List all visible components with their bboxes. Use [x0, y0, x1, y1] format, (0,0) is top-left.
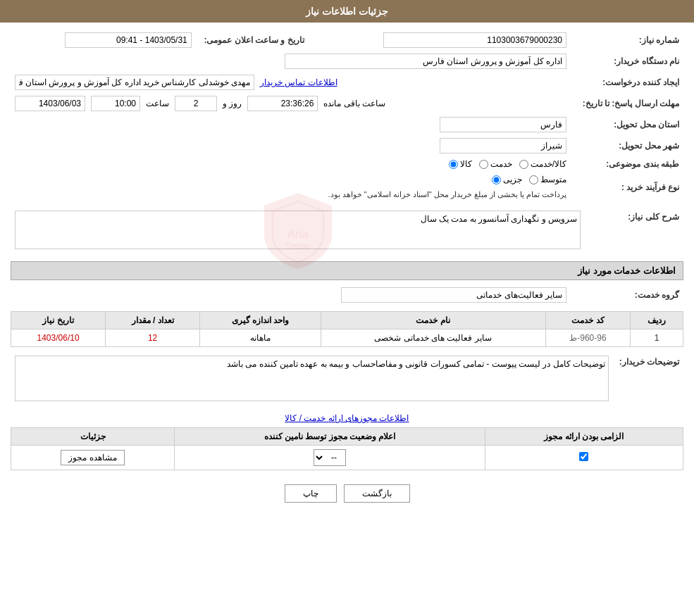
province-label: استان محل تحویل: — [571, 114, 683, 135]
purchase-type-label: نوع فرآیند خرید : — [571, 172, 683, 202]
days-label: روز و — [223, 99, 242, 108]
reply-deadline-row: مهلت ارسال پاسخ: تا تاریخ: ساعت باقی مان… — [11, 93, 683, 114]
city-value — [11, 135, 571, 156]
permit-table-head: الزامی بودن ارائه مجوز اعلام وضعیت مجوز … — [11, 428, 683, 446]
permit-status-select[interactable]: -- — [314, 449, 346, 466]
radio-jozii-item: جزیی — [492, 175, 522, 184]
buyer-notes-label: توضیحات خریدار: — [613, 353, 683, 406]
permit-required-cell — [485, 446, 683, 470]
radio-motavaset-label: متوسط — [540, 175, 566, 184]
days-input[interactable] — [175, 96, 217, 111]
radio-kala[interactable] — [449, 160, 458, 169]
need-number-label: شماره نیاز: — [571, 30, 683, 51]
view-permit-button[interactable]: مشاهده مجوز — [61, 450, 124, 465]
category-value: کالا/خدمت خدمت کالا — [11, 156, 571, 172]
permit-table: الزامی بودن ارائه مجوز اعلام وضعیت مجوز … — [11, 427, 683, 470]
permit-section-title: اطلاعات مجوزهای ارائه خدمت / کالا — [11, 413, 683, 423]
need-number-value — [309, 30, 571, 51]
province-input[interactable] — [440, 117, 566, 132]
remaining-input[interactable] — [247, 96, 318, 111]
service-name-cell: سایر فعالیت های خدماتی شخصی — [321, 329, 545, 347]
row-num-cell: 1 — [631, 329, 683, 347]
permit-details-cell: مشاهده مجوز — [11, 446, 175, 470]
permit-col-required: الزامی بودن ارائه مجوز — [485, 428, 683, 446]
need-desc-row: شرح کلی نیاز: Ana Tender سرویس و نگهداری… — [11, 208, 683, 254]
radio-kala-khadamat-label: کالا/خدمت — [531, 159, 566, 169]
creator-value: اطلاعات تماس خریدار — [11, 72, 571, 93]
need-desc-label: شرح کلی نیاز: — [585, 208, 683, 254]
city-label: شهر محل تحویل: — [571, 135, 683, 156]
radio-motavaset-item: متوسط — [529, 175, 566, 184]
col-date: تاریخ نیاز — [11, 312, 106, 329]
need-number-input[interactable] — [383, 32, 566, 48]
radio-kala-label: کالا — [460, 159, 472, 169]
creator-row: ایجاد کننده درخواست: اطلاعات تماس خریدار — [11, 72, 683, 93]
need-desc-table: شرح کلی نیاز: Ana Tender سرویس و نگهداری… — [11, 208, 683, 254]
print-button[interactable]: چاپ — [285, 484, 337, 503]
radio-kala-khadamat-item: کالا/خدمت — [519, 159, 566, 169]
category-row: طبقه بندی موضوعی: کالا/خدمت خدمت کالا — [11, 156, 683, 172]
buyer-org-label: نام دستگاه خریدار: — [571, 51, 683, 72]
time-input[interactable] — [91, 96, 140, 111]
radio-khadamat[interactable] — [479, 160, 488, 169]
col-row-num: ردیف — [631, 312, 683, 329]
buyer-notes-row: توضیحات خریدار: توضیحات کامل در لیست پیو… — [11, 353, 683, 406]
page-header: جزئیات اطلاعات نیاز — [0, 0, 694, 23]
service-group-row: گروه خدمت: — [11, 284, 683, 306]
radio-jozii[interactable] — [492, 175, 501, 184]
table-row: 1 960-96-ط سایر فعالیت های خدماتی شخصی م… — [11, 329, 683, 347]
radio-jozii-label: جزیی — [503, 175, 522, 184]
permit-row: -- مشاهده مجوز — [11, 446, 683, 470]
permit-header-row: الزامی بودن ارائه مجوز اعلام وضعیت مجوز … — [11, 428, 683, 446]
radio-motavaset[interactable] — [529, 175, 538, 184]
creator-input[interactable] — [15, 75, 254, 90]
back-button[interactable]: بازگشت — [344, 484, 410, 503]
announce-datetime-label: تاریخ و ساعت اعلان عمومی: — [196, 30, 309, 51]
permit-col-status: اعلام وضعیت مجوز توسط نامین کننده — [175, 428, 485, 446]
service-group-label: گروه خدمت: — [571, 284, 683, 306]
permit-required-checkbox[interactable] — [579, 452, 588, 461]
service-group-input[interactable] — [341, 287, 566, 303]
remaining-label: ساعت باقی مانده — [323, 99, 385, 108]
watermark-logo: Ana Tender — [256, 189, 340, 273]
date-input[interactable] — [15, 96, 85, 111]
service-group-value — [11, 284, 571, 306]
city-row: شهر محل تحویل: — [11, 135, 683, 156]
province-value — [11, 114, 571, 135]
main-info-table: شماره نیاز: تاریخ و ساعت اعلان عمومی: نا… — [11, 30, 683, 202]
services-table-header-row: ردیف کد خدمت نام خدمت واحد اندازه گیری ت… — [11, 312, 683, 329]
unit-cell: ماهانه — [200, 329, 321, 347]
watermark-area: Ana Tender سرویس و نگهداری آسانسور به مد… — [15, 210, 581, 251]
permit-status-cell: -- — [175, 446, 485, 470]
permit-col-details: جزئیات — [11, 428, 175, 446]
reply-deadline-value: ساعت باقی مانده روز و ساعت — [11, 93, 571, 114]
radio-khadamat-label: خدمت — [490, 159, 512, 169]
need-description-section: شرح کلی نیاز: Ana Tender سرویس و نگهداری… — [11, 208, 683, 254]
buyer-notes-table: توضیحات خریدار: توضیحات کامل در لیست پیو… — [11, 353, 683, 406]
radio-khadamat-item: خدمت — [479, 159, 512, 169]
col-name: نام خدمت — [321, 312, 545, 329]
buyer-org-input[interactable] — [285, 54, 566, 69]
svg-text:Tender: Tender — [285, 241, 311, 251]
contact-info-link[interactable]: اطلاعات تماس خریدار — [260, 77, 337, 87]
radio-kala-khadamat[interactable] — [519, 160, 528, 169]
buyer-org-row: نام دستگاه خریدار: — [11, 51, 683, 72]
reply-deadline-label: مهلت ارسال پاسخ: تا تاریخ: — [571, 93, 683, 114]
city-input[interactable] — [440, 138, 566, 153]
need-number-row: شماره نیاز: تاریخ و ساعت اعلان عمومی: — [11, 30, 683, 51]
need-desc-cell: Ana Tender سرویس و نگهداری آسانسور به مد… — [11, 208, 585, 254]
buyer-notes-cell: توضیحات کامل در لیست پیوست - تمامی کسورا… — [11, 353, 613, 406]
bottom-buttons: بازگشت چاپ — [11, 484, 683, 503]
announce-datetime-input[interactable] — [65, 32, 192, 48]
services-table-body: 1 960-96-ط سایر فعالیت های خدماتی شخصی م… — [11, 329, 683, 347]
col-unit: واحد اندازه گیری — [200, 312, 321, 329]
services-data-table: ردیف کد خدمت نام خدمت واحد اندازه گیری ت… — [11, 311, 683, 347]
content-area: شماره نیاز: تاریخ و ساعت اعلان عمومی: نا… — [0, 23, 694, 524]
buyer-notes-textarea[interactable]: توضیحات کامل در لیست پیوست - تمامی کسورا… — [15, 356, 609, 401]
permit-table-body: -- مشاهده مجوز — [11, 446, 683, 470]
radio-kala-item: کالا — [449, 159, 472, 169]
services-table-head: ردیف کد خدمت نام خدمت واحد اندازه گیری ت… — [11, 312, 683, 329]
page-wrapper: جزئیات اطلاعات نیاز شماره نیاز: تاریخ و … — [0, 0, 694, 616]
service-group-table: گروه خدمت: — [11, 284, 683, 306]
svg-text:Ana: Ana — [287, 227, 309, 241]
